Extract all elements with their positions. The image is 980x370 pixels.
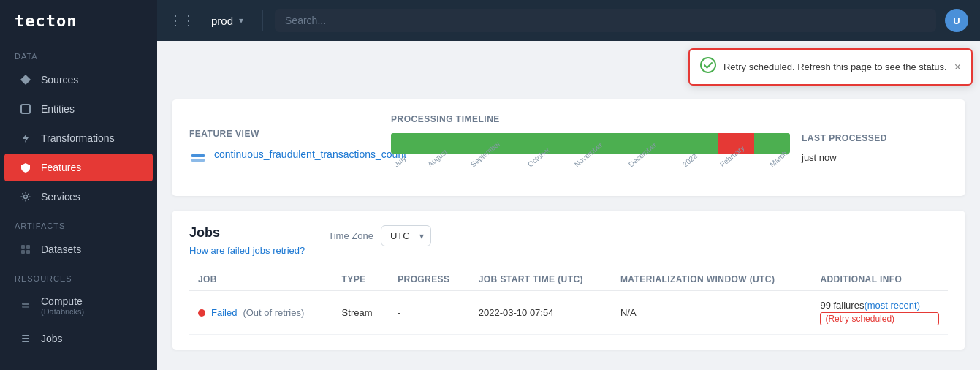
col-header-additional-info: Additional Info (811, 268, 948, 291)
job-progress-cell: - (389, 291, 470, 335)
svg-rect-7 (26, 250, 30, 254)
content-area: Retry scheduled. Refresh this page to se… (157, 41, 980, 370)
timezone-block: Time Zone UTC EST PST CST (328, 225, 431, 246)
failed-job-link[interactable]: Failed (211, 307, 237, 318)
job-type-cell: Stream (333, 291, 390, 335)
env-name: prod (211, 15, 233, 27)
jobs-card: Jobs How are failed jobs retried? Time Z… (172, 211, 965, 350)
timezone-select[interactable]: UTC EST PST CST (381, 225, 431, 246)
grid-apps-icon[interactable]: ⋮⋮ (169, 12, 195, 29)
failures-count: 99 failures (820, 300, 864, 311)
feature-view-card: Feature View continuous_fraudulent_trans… (172, 99, 965, 196)
logo-area: tecton (0, 0, 157, 42)
last-processed-value: just now (802, 152, 948, 163)
compute-sublabel: (Databricks) (41, 307, 84, 316)
svg-marker-2 (23, 134, 29, 143)
cube-icon (19, 102, 32, 116)
sidebar: tecton Data Sources Entities Transformat… (0, 0, 157, 370)
sidebar-item-services[interactable]: Services (4, 183, 153, 211)
svg-point-3 (24, 195, 28, 199)
fv-header-timeline: Processing Timeline (391, 114, 790, 124)
job-status-cell: Failed (Out of retries) (189, 291, 333, 335)
fv-type-icon (189, 149, 207, 167)
failed-status-dot (198, 309, 205, 317)
svg-rect-0 (20, 75, 31, 85)
timezone-label: Time Zone (328, 230, 373, 241)
svg-rect-4 (21, 245, 25, 249)
toast-notification: Retry scheduled. Refresh this page to se… (688, 48, 973, 86)
col-header-mat-window: Materialization Window (UTC) (612, 268, 811, 291)
col-header-progress: Progress (389, 268, 470, 291)
job-mat-window-cell: N/A (612, 291, 811, 335)
sidebar-item-compute[interactable]: Compute (Databricks) (4, 288, 153, 323)
env-selector[interactable]: prod ▾ (204, 10, 251, 31)
sidebar-item-jobs[interactable]: Jobs (4, 325, 153, 352)
sidebar-item-label: Sources (41, 74, 78, 86)
jobs-title: Jobs (189, 225, 305, 241)
diamond-icon (19, 73, 32, 86)
compute-label: Compute (41, 295, 84, 307)
toast-message: Retry scheduled. Refresh this page to se… (723, 61, 947, 72)
sidebar-item-compute-text: Compute (Databricks) (41, 295, 84, 316)
fv-link[interactable]: continuous_fraudulent_transactions_count (214, 148, 406, 162)
svg-rect-15 (191, 159, 205, 162)
sidebar-item-label: Jobs (41, 333, 63, 344)
jobs-header: Jobs How are failed jobs retried? Time Z… (189, 225, 948, 257)
close-icon[interactable]: × (954, 61, 961, 74)
jobs-icon (19, 332, 32, 345)
fv-col-timeline: Processing Timeline July August Septembe… (391, 114, 790, 181)
sidebar-item-datasets[interactable]: Datasets (4, 235, 153, 263)
shield-icon (19, 161, 32, 174)
avatar[interactable]: U (945, 9, 968, 32)
grid-icon (19, 243, 32, 256)
search-input[interactable] (275, 9, 936, 32)
jobs-title-block: Jobs How are failed jobs retried? (189, 225, 305, 257)
most-recent-link[interactable]: (most recent) (864, 300, 920, 311)
sidebar-item-sources[interactable]: Sources (4, 66, 153, 94)
svg-rect-14 (191, 154, 205, 157)
failures-info: 99 failures(most recent) (820, 300, 939, 311)
col-header-start-time: Job Start Time (UTC) (470, 268, 612, 291)
topbar-divider (262, 10, 263, 31)
table-row: Failed (Out of retries) Stream - 2022-03… (189, 291, 948, 335)
svg-rect-5 (26, 245, 30, 249)
sidebar-item-transformations[interactable]: Transformations (4, 124, 153, 152)
sidebar-item-entities[interactable]: Entities (4, 95, 153, 123)
timeline-labels: July August September October November D… (391, 159, 790, 181)
svg-rect-12 (22, 341, 29, 342)
sidebar-item-label: Datasets (41, 243, 81, 255)
failed-jobs-link[interactable]: How are failed jobs retried? (189, 245, 305, 256)
main-area: ⋮⋮ prod ▾ U Retry scheduled. Refresh thi… (157, 0, 980, 370)
logo: tecton (15, 12, 77, 30)
resources-section-label: Resources (0, 264, 157, 287)
data-section-label: Data (0, 42, 157, 65)
artifacts-section-label: Artifacts (0, 211, 157, 235)
chevron-down-icon: ▾ (239, 15, 243, 26)
job-additional-info-cell: 99 failures(most recent) (Retry schedule… (811, 291, 948, 335)
svg-rect-6 (21, 250, 25, 254)
svg-rect-1 (21, 105, 30, 113)
sidebar-item-features[interactable]: Features (4, 154, 153, 181)
database-icon (19, 299, 32, 312)
svg-point-13 (701, 58, 715, 72)
svg-rect-9 (22, 306, 29, 308)
job-start-time-cell: 2022-03-10 07:54 (470, 291, 612, 335)
sidebar-item-label: Transformations (41, 132, 115, 144)
out-of-retries-label: (Out of retries) (243, 307, 304, 318)
svg-rect-11 (22, 338, 29, 339)
sidebar-item-label: Services (41, 191, 80, 203)
svg-rect-10 (22, 335, 29, 336)
col-header-job: Job (189, 268, 333, 291)
fv-col-feature-view: Feature View continuous_fraudulent_trans… (189, 129, 379, 167)
fv-name-cell: continuous_fraudulent_transactions_count (189, 148, 379, 167)
svg-rect-8 (22, 303, 29, 305)
retry-scheduled-badge: (Retry scheduled) (820, 312, 939, 325)
fv-col-last-processed: Last Processed just now (802, 133, 948, 163)
fv-header-feature-view: Feature View (189, 129, 379, 139)
check-circle-icon (700, 57, 716, 77)
timeline-chart: July August September October November D… (391, 133, 790, 181)
fv-header-last-processed: Last Processed (802, 133, 948, 143)
lightning-icon (19, 132, 32, 145)
timezone-wrapper: UTC EST PST CST (381, 225, 431, 246)
col-header-type: Type (333, 268, 390, 291)
